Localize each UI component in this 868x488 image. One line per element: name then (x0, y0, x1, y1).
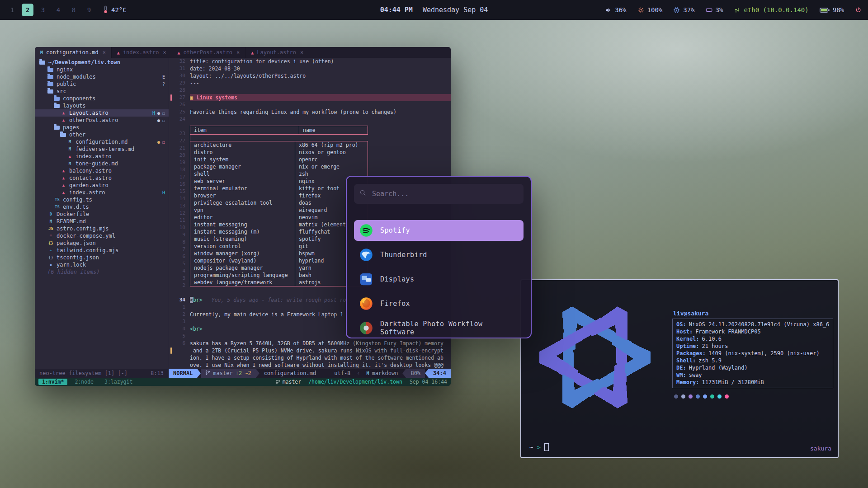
table-row: init systemopenrc (190, 156, 368, 163)
shell-prompt[interactable]: ~ > (529, 443, 549, 451)
tree-item-otherPost.astro[interactable]: ▲otherPost.astro●◻ (35, 117, 169, 124)
line-numbers: 3231302928272625242322212019181716151413… (169, 58, 190, 369)
encoding-label: utf-8 (330, 369, 355, 378)
fastfetch-key: Memory: (676, 379, 699, 385)
fastfetch-value: zsh 5.9 (698, 357, 722, 364)
tree-item-astro.config.mjs[interactable]: JSastro.config.mjs (35, 225, 169, 232)
fastfetch-row-Packages: Packages:1409 (nix-system), 2590 (nix-us… (676, 350, 829, 357)
workspace-8[interactable]: 8 (68, 4, 80, 16)
launcher-item-Displays[interactable]: Displays (354, 269, 524, 290)
launcher-item-Firefox[interactable]: Firefox (354, 293, 524, 314)
brightness-module[interactable]: 100% (637, 6, 663, 14)
fastfetch-key: OS: (676, 321, 686, 328)
tab-Layout.astro[interactable]: ▲Layout.astro× (245, 47, 309, 58)
tree-item-label: balcony.astro (69, 168, 112, 174)
tree-item-components[interactable]: components (35, 95, 169, 102)
volume-module[interactable]: 36% (605, 6, 626, 14)
memory-module[interactable]: 3% (706, 6, 723, 14)
fastfetch-value: 21 hours (702, 343, 728, 349)
fastfetch-row-OS: OS:NixOS 24.11.20240828.71e91c4 (Vicuna)… (676, 321, 829, 328)
palette-dot (674, 394, 678, 399)
line-number: 22 (169, 137, 185, 145)
clock-time: 04:44 PM (380, 6, 413, 14)
tailwind-file-icon: ≈ (47, 248, 54, 253)
tree-item-src[interactable]: src (35, 88, 169, 95)
workspace-9[interactable]: 9 (83, 4, 95, 16)
tmux-window-1:nvim*[interactable]: 1:nvim* (38, 379, 67, 385)
tab-close-icon[interactable]: × (163, 49, 166, 56)
powerline-separator (197, 369, 201, 378)
cpu-module[interactable]: 37% (673, 6, 694, 14)
tree-item-env.d.ts[interactable]: TSenv.d.ts (35, 203, 169, 211)
line-number (169, 123, 185, 130)
workspace-4[interactable]: 4 (52, 4, 64, 16)
palette-dot (717, 394, 722, 399)
tree-item-garden.astro[interactable]: ▲garden.astro (35, 182, 169, 189)
tree-item-package.json[interactable]: {}package.json (35, 239, 169, 247)
table-row: architecturex86_64 (rip m2 pro) (190, 141, 368, 149)
nixos-logo (529, 292, 660, 423)
fastfetch-row-Uptime: Uptime:21 hours (676, 343, 829, 350)
scroll-progress: 80% (406, 369, 425, 378)
network-module[interactable]: eth0 (10.0.0.140) (734, 6, 808, 14)
tree-item-tone-guide.md[interactable]: Mtone-guide.md (35, 160, 169, 167)
terminal-window[interactable]: liv@sakura OS:NixOS 24.11.20240828.71e91… (520, 279, 839, 458)
tree-item-public[interactable]: public? (35, 80, 169, 88)
tab-close-icon[interactable]: × (103, 49, 106, 56)
power-button[interactable] (855, 7, 862, 14)
tab-close-icon[interactable]: × (300, 49, 303, 56)
fastfetch-key: Host: (676, 328, 693, 335)
tree-item-balcony.astro[interactable]: ▲balcony.astro (35, 167, 169, 174)
tree-root[interactable]: ~/Development/liv.town (35, 59, 169, 66)
tree-item-docker-compose.yml[interactable]: ≡docker-compose.yml (35, 232, 169, 239)
tree-item-configuration.md[interactable]: Mconfiguration.md●◻ (35, 138, 169, 145)
tree-item-node_modules[interactable]: node_modulesE (35, 73, 169, 80)
launcher-searchbox[interactable] (354, 184, 524, 204)
launcher-item-Darktable Photo Workflow Software[interactable]: Darktable Photo Workflow Software (354, 318, 524, 338)
tab-configuration.md[interactable]: Mconfiguration.md× (35, 47, 112, 58)
tab-index.astro[interactable]: ▲index.astro× (112, 47, 172, 58)
line-number: 34 (169, 296, 185, 304)
line-number: 32 (169, 58, 185, 65)
tab-otherPost.astro[interactable]: ▲otherPost.astro× (172, 47, 246, 58)
launcher-item-Spotify[interactable]: Spotify (354, 220, 524, 241)
search-input[interactable] (371, 189, 518, 198)
tree-item-yarn.lock[interactable]: ▪yarn.lock (35, 261, 169, 268)
tree-item-README.md[interactable]: MREADME.md (35, 218, 169, 225)
tab-close-icon[interactable]: × (236, 49, 240, 56)
battery-module[interactable]: 98% (820, 6, 844, 14)
workspace-2[interactable]: 2 (22, 4, 33, 16)
filetype-segment: Mmarkdown (362, 369, 403, 378)
tree-item-label: env.d.ts (63, 204, 89, 210)
md-file-icon: M (66, 147, 73, 151)
workspace-1[interactable]: 1 (6, 4, 18, 16)
fastfetch-key: Shell: (676, 357, 696, 364)
tree-item-pages[interactable]: pages (35, 124, 169, 131)
tree-item-nginx[interactable]: nginx (35, 66, 169, 73)
tree-item-tailwind.config.mjs[interactable]: ≈tailwind.config.mjs (35, 247, 169, 254)
tree-item-layouts[interactable]: layouts (35, 102, 169, 109)
tree-item-index.astro[interactable]: ▲index.astro (35, 153, 169, 160)
tree-item-Dockerfile[interactable]: DDockerfile (35, 211, 169, 218)
tree-item-label: tone-guide.md (75, 160, 118, 167)
table-header-name: name (299, 126, 368, 134)
tree-item-label: tsconfig.json (57, 254, 99, 261)
tmux-window-3:lazygit[interactable]: 3:lazygit (101, 379, 136, 385)
tmux-window-2:node[interactable]: 2:node (71, 379, 97, 385)
tree-item-contact.astro[interactable]: ▲contact.astro (35, 174, 169, 182)
tree-item-Layout.astro[interactable]: ▲Layout.astroH●◻ (35, 109, 169, 117)
workspace-3[interactable]: 3 (37, 4, 49, 16)
palette-dot (681, 394, 685, 399)
tree-item-(6 hidden items)[interactable]: (6 hidden items) (35, 268, 169, 276)
table-gap (190, 135, 295, 141)
tree-item-label: astro.config.mjs (57, 225, 109, 232)
launcher-item-Thunderbird[interactable]: Thunderbird (354, 244, 524, 265)
tree-item-config.ts[interactable]: TSconfig.ts (35, 196, 169, 203)
tree-item-other[interactable]: other (35, 131, 169, 138)
table-row: music (streaming)spotify (190, 235, 368, 243)
yml-file-icon: ≡ (47, 234, 54, 238)
tree-item-fediverse-terms.md[interactable]: Mfediverse-terms.md (35, 145, 169, 153)
power-icon (855, 7, 862, 14)
tree-item-index.astro[interactable]: ▲index.astroH (35, 189, 169, 196)
tree-item-tsconfig.json[interactable]: {}tsconfig.json (35, 254, 169, 261)
